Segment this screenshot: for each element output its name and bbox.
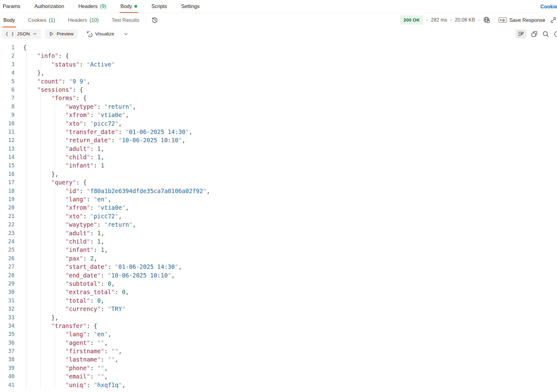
response-tab-body[interactable]: Body [2, 13, 16, 27]
tab-settings[interactable]: Settings [180, 0, 201, 13]
code-line: 38 "lastname": "", [0, 355, 557, 364]
tab-label: Settings [181, 3, 200, 9]
divider [494, 16, 495, 24]
line-number: 25 [0, 246, 14, 254]
code-line: 2 "info": { [0, 52, 557, 60]
line-number: 9 [0, 111, 14, 119]
code-line: 20 "xfrom": "vtia0e", [0, 204, 557, 212]
code-line: 15 "infant": 1 [0, 161, 557, 170]
line-number: 40 [0, 372, 14, 381]
tab-params[interactable]: Params [2, 0, 21, 13]
divider [121, 30, 121, 38]
tab-count: (10) [90, 17, 99, 23]
line-number: 19 [0, 195, 14, 204]
code-line: 31 "total": 0, [0, 297, 557, 305]
code-line: 41 "uniq": "hxqf1q", [0, 381, 557, 389]
visualize-sparkle-icon [86, 30, 92, 37]
code-line: 17 "query": { [0, 178, 557, 187]
tab-scripts[interactable]: Scripts [150, 0, 168, 13]
response-tab-bar: Body Cookies (1) Headers (10) Test Resul… [0, 13, 557, 27]
history-icon[interactable] [151, 16, 158, 24]
response-tab-headers[interactable]: Headers (10) [67, 13, 100, 27]
line-number: 20 [0, 204, 14, 212]
save-example-icon: e.g. [498, 18, 506, 22]
code-line: 3 "status": "Active" [0, 60, 557, 69]
code-line: 9 "xfrom": "vtia0e", [0, 111, 557, 119]
code-line: 34 "transfer": { [0, 322, 557, 330]
chevron-down-icon [33, 32, 37, 36]
save-response-label: Save Response [510, 17, 546, 23]
modified-dot-icon [134, 5, 137, 8]
response-size: 20.08 KB [455, 17, 475, 23]
partial-right-icon[interactable] [554, 30, 557, 38]
line-number: 14 [0, 153, 14, 161]
line-number: 31 [0, 297, 14, 305]
line-number: 8 [0, 103, 14, 111]
line-number: 3 [0, 60, 14, 69]
line-number: 29 [0, 280, 14, 288]
code-line: 22 "waytype": "return", [0, 220, 557, 229]
line-number: 26 [0, 254, 14, 263]
request-tab-bar: Params Authorization Headers (9) Body Sc… [0, 0, 557, 13]
code-line: 11 "transfer_date": "01-06-2025 14:30", [0, 128, 557, 136]
code-line: 35 "lang": "en", [0, 330, 557, 338]
code-line: 10 "xto": "picc72", [0, 119, 557, 128]
preview-label: Preview [57, 31, 74, 37]
code-line: 19 "lang": "en", [0, 195, 557, 204]
line-number: 15 [0, 161, 14, 170]
chevron-down-icon [124, 32, 128, 36]
search-button[interactable] [542, 30, 549, 38]
line-number: 17 [0, 178, 14, 187]
format-label: JSON [17, 31, 30, 37]
dot-separator [450, 19, 452, 21]
network-globe-lock-icon[interactable] [483, 16, 491, 24]
tab-label: Headers [78, 3, 97, 9]
response-viewer-toolbar: { } JSON Preview Visualize [0, 27, 557, 41]
code-line: 8 "waytype": "return", [0, 103, 557, 111]
visualize-more-chevron[interactable] [124, 32, 128, 36]
line-number: 13 [0, 145, 14, 153]
response-meta: 200 OK 282 ms 20.08 KB e.g. Save Respons… [400, 13, 557, 27]
line-number: 22 [0, 220, 14, 229]
tab-body[interactable]: Body [120, 0, 138, 13]
cookies-link[interactable]: Cookies [540, 0, 557, 13]
response-tab-cookies[interactable]: Cookies (1) [27, 13, 56, 27]
response-body-code[interactable]: 1{2 "info": {3 "status": "Active"4 },5 "… [0, 41, 557, 389]
copy-button[interactable] [531, 30, 538, 38]
wrap-text-button[interactable] [515, 29, 526, 38]
preview-button[interactable]: Preview [45, 29, 78, 39]
response-tab-test-results[interactable]: Test Results [111, 13, 140, 27]
tab-authorization[interactable]: Authorization [34, 0, 65, 13]
tab-label: Cookies [28, 17, 47, 23]
status-badge: 200 OK [400, 15, 423, 25]
line-number: 24 [0, 237, 14, 246]
line-number: 37 [0, 347, 14, 355]
code-line: 18 "id": "f80a1b2e6394dfde35ca7a0106a02f… [0, 187, 557, 195]
visualize-label: Visualize [95, 31, 114, 37]
format-select[interactable]: { } JSON [2, 29, 41, 39]
line-number: 33 [0, 313, 14, 322]
code-line: 33 }, [0, 313, 557, 322]
line-number: 16 [0, 170, 14, 178]
line-number: 35 [0, 330, 14, 338]
line-number: 39 [0, 364, 14, 372]
line-number: 6 [0, 86, 14, 94]
link-icon[interactable] [550, 16, 557, 24]
line-number: 7 [0, 94, 14, 102]
braces-icon: { } [6, 31, 14, 36]
tab-label: Headers [68, 17, 87, 23]
code-line: 23 "adult": 1, [0, 229, 557, 237]
line-number: 4 [0, 69, 14, 77]
line-number: 18 [0, 187, 14, 195]
tab-label: Body [121, 3, 132, 9]
save-response-button[interactable]: e.g. Save Response [498, 17, 545, 23]
play-icon [49, 31, 54, 36]
tab-headers[interactable]: Headers (9) [77, 0, 107, 13]
code-line: 24 "child": 1, [0, 237, 557, 246]
line-number: 28 [0, 271, 14, 280]
line-number: 21 [0, 212, 14, 220]
code-line: 36 "agent": "", [0, 339, 557, 347]
visualize-button[interactable]: Visualize [82, 29, 118, 39]
code-line: 27 "start_date": "01-06-2025 14:30", [0, 263, 557, 271]
tab-count: (9) [100, 3, 106, 9]
